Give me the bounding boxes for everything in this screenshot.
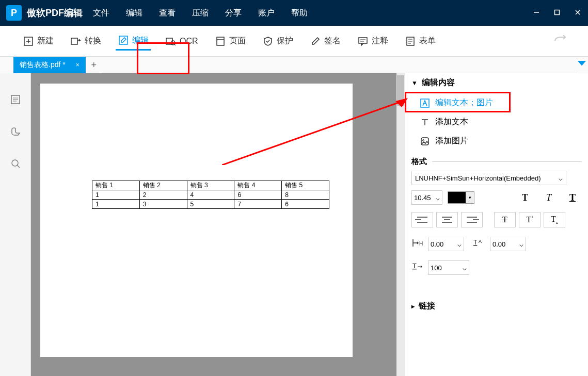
svg-point-10	[171, 41, 175, 45]
table-header-row: 销售 1 销售 2 销售 3 销售 4 销售 5	[92, 181, 329, 190]
plus-icon	[23, 36, 34, 47]
svg-text:H: H	[419, 241, 423, 247]
menu-share[interactable]: 分享	[225, 8, 242, 19]
font-color-picker[interactable]: ▾	[448, 191, 474, 204]
tool-edit-label: 编辑	[132, 35, 149, 46]
comment-icon	[357, 36, 369, 47]
chevron-down-icon: ⌵	[519, 240, 523, 248]
canvas-area[interactable]: 销售 1 销售 2 销售 3 销售 4 销售 5 1 2 4 6 8 1 3 5	[31, 73, 405, 376]
main-menu: 文件 编辑 查看 压缩 分享 账户 帮助	[93, 8, 308, 19]
app-logo: P	[6, 5, 22, 21]
thumbnails-icon[interactable]	[10, 94, 21, 107]
menu-view[interactable]: 查看	[159, 8, 176, 19]
toolbar: 新建 转换 编辑 OCR 页面 保护 签名 注释 表单	[0, 26, 588, 57]
subscript-button[interactable]: T₁	[544, 212, 565, 227]
edit-content-header[interactable]: ▼ 编辑内容	[411, 77, 582, 88]
tab-dropdown-icon[interactable]	[578, 61, 586, 69]
expand-icon: ▸	[411, 303, 415, 310]
tool-annotate-label: 注释	[372, 36, 388, 46]
tool-edit[interactable]: 编辑	[116, 31, 151, 51]
pencil-icon	[118, 35, 129, 46]
scroll-thumb[interactable]	[397, 75, 404, 106]
tool-sign[interactable]: 签名	[308, 32, 343, 50]
tab-bar: 销售表格.pdf * × +	[0, 57, 588, 73]
close-button[interactable]	[574, 9, 582, 18]
align-left-button[interactable]	[411, 212, 433, 227]
menu-compress[interactable]: 压缩	[192, 8, 209, 19]
vertical-scrollbar[interactable]	[396, 73, 405, 376]
line-spacing-icon: TA	[473, 238, 486, 250]
add-image-icon	[420, 136, 430, 146]
add-text-icon	[420, 117, 430, 127]
align-center-button[interactable]	[436, 212, 458, 227]
svg-rect-1	[555, 10, 560, 14]
bookmarks-icon[interactable]	[10, 126, 21, 139]
left-sidebar	[0, 73, 31, 376]
tool-new[interactable]: 新建	[21, 32, 56, 50]
chevron-down-icon: ⌵	[559, 174, 563, 182]
line-spacing-input[interactable]: 0.00⌵	[490, 237, 526, 251]
redo-button[interactable]	[554, 35, 567, 47]
minimize-button[interactable]	[532, 9, 541, 18]
svg-rect-12	[217, 37, 224, 45]
format-header: 格式	[411, 157, 582, 167]
svg-text:A: A	[479, 239, 482, 244]
tool-form[interactable]: 表单	[403, 32, 438, 50]
convert-icon	[70, 36, 82, 47]
table-row: 1 2 4 6 8	[92, 190, 329, 200]
form-icon	[405, 36, 416, 47]
right-panel: ▼ 编辑内容 编辑文本；图片 添加文本 添加图片 格式 LNUHNF+SimSu…	[405, 73, 588, 376]
pen-icon	[310, 36, 321, 47]
menu-account[interactable]: 账户	[258, 8, 275, 19]
underline-button[interactable]: T	[563, 190, 582, 205]
italic-button[interactable]: T	[539, 190, 558, 205]
strikethrough-button[interactable]: T	[494, 212, 516, 227]
maximize-button[interactable]	[553, 9, 561, 18]
font-size-input[interactable]: 10.45 ⌵	[411, 190, 442, 205]
text-edit-icon	[420, 98, 430, 108]
tab-close-button[interactable]: ×	[76, 61, 80, 69]
superscript-button[interactable]: T¹	[519, 212, 541, 227]
char-spacing-input[interactable]: 0.00⌵	[428, 237, 464, 251]
window-controls	[532, 9, 582, 18]
menu-edit[interactable]: 编辑	[126, 8, 142, 19]
table-row: 1 3 5 7 6	[92, 200, 329, 209]
svg-text:T: T	[473, 239, 478, 246]
svg-line-26	[17, 165, 20, 168]
document-tab[interactable]: 销售表格.pdf * ×	[13, 57, 86, 73]
svg-line-11	[174, 44, 176, 45]
option-edit-text-image[interactable]: 编辑文本；图片	[418, 93, 582, 112]
tool-ocr-label: OCR	[180, 37, 198, 46]
tool-annotate[interactable]: 注释	[355, 32, 390, 50]
tool-ocr[interactable]: OCR	[163, 32, 200, 50]
svg-rect-8	[119, 36, 128, 44]
link-header[interactable]: ▸ 链接	[411, 301, 582, 312]
char-spacing-icon: H	[411, 238, 424, 250]
collapse-icon: ▼	[411, 79, 418, 87]
horizontal-scale-input[interactable]: 100⌵	[428, 260, 469, 275]
svg-rect-14	[359, 38, 367, 43]
chevron-down-icon: ⌵	[457, 240, 462, 248]
menu-file[interactable]: 文件	[93, 8, 109, 19]
option-add-image[interactable]: 添加图片	[418, 132, 582, 151]
tool-protect[interactable]: 保护	[260, 32, 295, 50]
tool-convert[interactable]: 转换	[68, 32, 103, 50]
tool-sign-label: 签名	[324, 36, 341, 46]
bold-button[interactable]: T	[516, 190, 534, 205]
tool-page-label: 页面	[229, 36, 246, 46]
add-tab-button[interactable]: +	[86, 57, 102, 73]
shield-icon	[262, 36, 274, 47]
tool-page[interactable]: 页面	[213, 32, 248, 50]
option-add-text[interactable]: 添加文本	[418, 112, 582, 132]
font-family-select[interactable]: LNUHNF+SimSun+Horizontal(Embedded) ⌵	[411, 171, 566, 185]
pdf-page[interactable]: 销售 1 销售 2 销售 3 销售 4 销售 5 1 2 4 6 8 1 3 5	[40, 84, 353, 357]
svg-rect-7	[71, 38, 77, 44]
align-right-button[interactable]	[461, 212, 483, 227]
menu-help[interactable]: 帮助	[291, 8, 308, 19]
tool-convert-label: 转换	[85, 36, 101, 46]
horizontal-scale-icon: T	[411, 261, 424, 274]
ocr-icon	[165, 36, 177, 47]
search-icon[interactable]	[10, 158, 21, 171]
chevron-down-icon: ⌵	[436, 194, 440, 202]
chevron-down-icon: ⌵	[463, 264, 467, 272]
